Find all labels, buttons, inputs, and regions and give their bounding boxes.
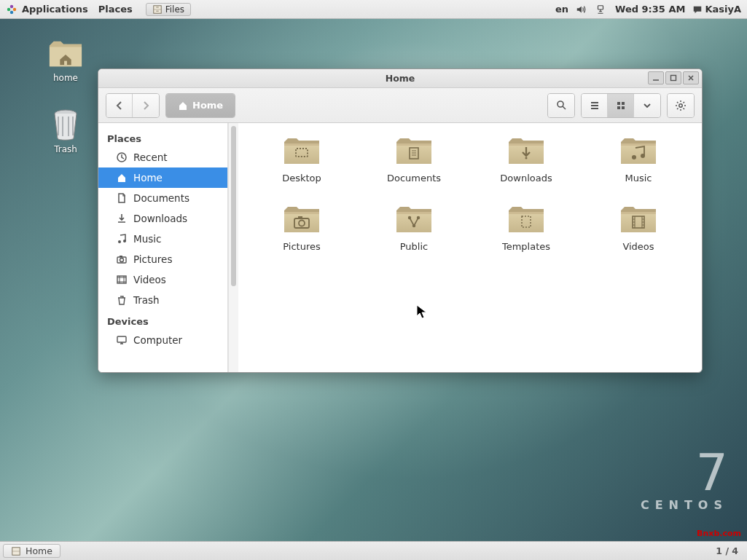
minimize-button[interactable] — [648, 71, 664, 84]
settings-button[interactable] — [668, 94, 694, 117]
forward-button[interactable] — [133, 94, 159, 117]
clock[interactable]: Wed 9:35 AM — [615, 4, 685, 15]
clock-icon — [116, 151, 128, 163]
scrollbar-thumb[interactable] — [231, 126, 236, 286]
network-icon[interactable] — [595, 4, 608, 15]
svg-rect-15 — [622, 102, 625, 105]
window-titlebar[interactable]: Home — [98, 69, 702, 88]
gear-icon — [675, 100, 687, 111]
sidebar-item-label: Recent — [133, 151, 168, 163]
user-menu[interactable]: KasiyA — [692, 4, 741, 15]
svg-rect-27 — [284, 143, 319, 146]
trash-icon — [116, 294, 128, 306]
search-icon — [556, 100, 567, 111]
sidebar-item-music[interactable]: Music — [98, 229, 227, 249]
svg-point-32 — [525, 157, 528, 159]
svg-rect-7 — [156, 7, 159, 7]
sidebar-item-downloads[interactable]: Downloads — [98, 208, 227, 229]
folder-icon — [281, 203, 322, 237]
applications-menu[interactable]: Applications — [22, 4, 88, 15]
home-icon — [116, 172, 128, 184]
keyboard-layout-indicator[interactable]: en — [555, 4, 568, 15]
svg-rect-17 — [622, 106, 625, 109]
sidebar-item-label: Pictures — [133, 253, 172, 265]
svg-rect-31 — [509, 143, 544, 146]
svg-rect-44 — [509, 212, 544, 214]
maximize-button[interactable] — [665, 71, 681, 84]
svg-rect-39 — [298, 216, 302, 218]
devices-header: Devices — [98, 310, 227, 330]
folder-icon — [506, 203, 547, 237]
folder-label: Templates — [477, 241, 575, 252]
svg-rect-26 — [117, 336, 126, 342]
path-home-button[interactable]: Home — [166, 94, 235, 117]
file-grid: DesktopDocumentsDownloadsMusicPicturesPu… — [238, 123, 702, 372]
folder-templates[interactable]: Templates — [477, 203, 575, 264]
user-label: KasiyA — [705, 4, 741, 15]
folder-icon — [281, 135, 322, 168]
folder-label: Pictures — [253, 241, 351, 252]
computer-icon — [116, 334, 128, 346]
folder-label: Documents — [365, 173, 463, 184]
folder-music[interactable]: Music — [590, 135, 687, 196]
svg-rect-12 — [671, 76, 676, 81]
folder-videos[interactable]: Videos — [590, 203, 687, 264]
folder-documents[interactable]: Documents — [365, 135, 463, 196]
folder-label: Music — [590, 173, 687, 184]
folder-desktop[interactable]: Desktop — [253, 135, 351, 196]
svg-point-18 — [679, 103, 682, 106]
list-view-button[interactable] — [582, 94, 608, 117]
folder-pictures[interactable]: Pictures — [253, 203, 351, 264]
sidebar-item-videos[interactable]: Videos — [98, 269, 227, 290]
svg-rect-8 — [156, 10, 159, 11]
places-header: Places — [98, 127, 227, 147]
svg-point-0 — [10, 4, 13, 7]
folder-home-icon — [48, 38, 83, 70]
desktop-trash-label: Trash — [36, 144, 95, 154]
back-button[interactable] — [106, 94, 133, 117]
grid-view-button[interactable] — [608, 94, 634, 117]
sidebar-scrollbar[interactable] — [228, 123, 238, 372]
places-menu[interactable]: Places — [98, 4, 133, 15]
view-options-button[interactable] — [634, 94, 660, 117]
desktop-home-icon[interactable]: home — [36, 38, 95, 83]
file-cabinet-icon — [11, 546, 21, 556]
bottom-task-home[interactable]: Home — [3, 544, 60, 558]
trash-icon — [48, 109, 83, 141]
sidebar-item-label: Trash — [133, 294, 160, 306]
files-task-label: Files — [165, 4, 184, 15]
workspace-indicator[interactable]: 1 / 4 — [708, 545, 746, 556]
svg-point-23 — [120, 259, 124, 262]
svg-rect-33 — [621, 143, 656, 146]
sidebar-item-recent[interactable]: Recent — [98, 147, 227, 167]
svg-rect-36 — [284, 212, 319, 214]
sidebar-item-home[interactable]: Home — [98, 167, 227, 188]
desktop-trash-icon[interactable]: Trash — [36, 109, 95, 154]
sidebar-item-label: Computer — [133, 334, 182, 346]
svg-point-2 — [13, 7, 16, 10]
files-taskbar-button[interactable]: Files — [146, 3, 191, 16]
window-title: Home — [386, 73, 415, 84]
sidebar-item-pictures[interactable]: Pictures — [98, 249, 227, 269]
sidebar: Places RecentHomeDocumentsDownloadsMusic… — [98, 123, 228, 372]
svg-point-34 — [632, 155, 636, 159]
close-button[interactable] — [683, 71, 699, 84]
folder-label: Downloads — [477, 173, 575, 184]
sidebar-item-label: Music — [133, 233, 161, 245]
folder-icon — [618, 135, 659, 168]
download-icon — [116, 213, 128, 224]
grid-icon — [616, 100, 626, 111]
svg-point-1 — [7, 7, 10, 10]
volume-icon[interactable] — [576, 4, 588, 15]
svg-rect-46 — [621, 212, 656, 214]
sidebar-item-documents[interactable]: Documents — [98, 188, 227, 208]
svg-rect-16 — [617, 106, 620, 109]
svg-rect-24 — [120, 256, 122, 257]
folder-downloads[interactable]: Downloads — [477, 135, 575, 196]
sidebar-item-computer[interactable]: Computer — [98, 330, 227, 350]
folder-public[interactable]: Public — [365, 203, 463, 264]
video-icon — [116, 274, 128, 285]
sidebar-item-trash[interactable]: Trash — [98, 290, 227, 310]
search-button[interactable] — [548, 94, 574, 117]
bottom-panel: Home 1 / 4 — [0, 541, 747, 560]
